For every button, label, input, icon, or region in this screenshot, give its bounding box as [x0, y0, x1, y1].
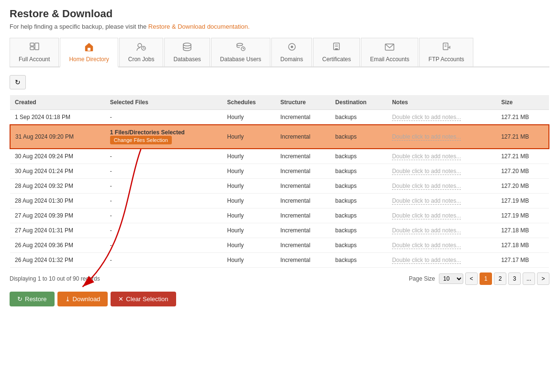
cell-created: 27 Aug 2024 09:39 PM	[10, 208, 105, 223]
tab-certificates[interactable]: Certificates	[313, 38, 360, 66]
cell-selected-files: -	[105, 164, 223, 179]
cell-notes[interactable]: Double click to add notes...	[387, 194, 496, 208]
cell-schedules: Hourly	[222, 238, 275, 253]
cell-selected-files: -	[105, 208, 223, 223]
cell-schedules: Hourly	[222, 253, 275, 268]
svg-point-9	[237, 44, 243, 46]
cell-schedules: Hourly	[222, 208, 275, 223]
tab-label-full-account: Full Account	[19, 56, 50, 63]
col-header-structure: Structure	[276, 95, 331, 110]
tab-databases[interactable]: Databases	[164, 38, 210, 66]
cell-destination: backups	[331, 110, 388, 125]
cell-created: 30 Aug 2024 09:24 PM	[10, 149, 105, 164]
cell-structure: Incremental	[276, 194, 331, 208]
cell-notes[interactable]: Double click to add notes...	[387, 149, 496, 164]
notes-placeholder[interactable]: Double click to add notes...	[392, 227, 461, 234]
table-row[interactable]: 27 Aug 2024 09:39 PM-HourlyIncrementalba…	[10, 208, 549, 223]
tab-domains[interactable]: Domains	[271, 38, 312, 66]
page-1-button[interactable]: 1	[480, 272, 492, 285]
notes-placeholder[interactable]: Double click to add notes...	[392, 197, 461, 205]
page-...-button[interactable]: ...	[523, 272, 535, 285]
table-section: CreatedSelected FilesSchedulesStructureD…	[10, 95, 549, 268]
cell-size: 127.19 MB	[496, 208, 549, 223]
help-text: For help finding a specific backup, plea…	[10, 23, 549, 30]
bottom-actions: ↻ Restore ⤓ Download ✕ Clear Selection	[10, 292, 549, 306]
page-2-button[interactable]: 2	[494, 272, 506, 285]
cell-notes[interactable]: Double click to add notes...	[387, 164, 496, 179]
help-link[interactable]: Restore & Download documentation.	[148, 23, 250, 30]
tab-bar: Full Account Home Directory Cron Jobs Da…	[10, 38, 549, 67]
tab-ftp-accounts[interactable]: FTP Accounts	[419, 38, 473, 66]
page-title: Restore & Download	[10, 8, 549, 20]
tab-database-users[interactable]: Database Users	[211, 38, 270, 66]
notes-placeholder[interactable]: Double click to add notes...	[392, 133, 461, 141]
next-page-button[interactable]: >	[537, 272, 549, 285]
tab-label-ftp-accounts: FTP Accounts	[428, 56, 464, 63]
full-account-icon	[29, 42, 40, 54]
change-files-button[interactable]: Change Files Selection	[110, 136, 172, 144]
cell-selected-files: -	[105, 194, 223, 208]
cell-selected-files: -	[105, 223, 223, 238]
tab-label-email-accounts: Email Accounts	[370, 56, 409, 63]
cell-size: 127.18 MB	[496, 223, 549, 238]
cell-notes[interactable]: Double click to add notes...	[387, 253, 496, 268]
cell-selected-files: -	[105, 110, 223, 125]
cell-size: 127.21 MB	[496, 149, 549, 164]
svg-rect-3	[88, 48, 90, 51]
page-size-select[interactable]: 102550100	[439, 273, 463, 284]
notes-placeholder[interactable]: Double click to add notes...	[392, 242, 461, 249]
tab-cron-jobs[interactable]: Cron Jobs	[119, 38, 164, 66]
certificates-icon	[331, 42, 342, 54]
table-row[interactable]: 27 Aug 2024 01:31 PM-HourlyIncrementalba…	[10, 223, 549, 238]
tab-label-database-users: Database Users	[220, 56, 261, 63]
table-row[interactable]: 28 Aug 2024 01:30 PM-HourlyIncrementalba…	[10, 194, 549, 208]
tab-email-accounts[interactable]: Email Accounts	[361, 38, 418, 66]
cell-schedules: Hourly	[222, 179, 275, 194]
cell-notes[interactable]: Double click to add notes...	[387, 125, 496, 149]
notes-placeholder[interactable]: Double click to add notes...	[392, 114, 461, 121]
cell-destination: backups	[331, 164, 388, 179]
col-header-created: Created	[10, 95, 105, 110]
cell-destination: backups	[331, 208, 388, 223]
database-users-icon	[235, 42, 246, 54]
restore-label: Restore	[25, 295, 47, 303]
restore-icon: ↻	[17, 295, 22, 303]
download-button[interactable]: ⤓ Download	[57, 292, 108, 306]
cell-notes[interactable]: Double click to add notes...	[387, 238, 496, 253]
cell-selected-files: 1 Files/Directories Selected Change File…	[105, 125, 223, 149]
cell-notes[interactable]: Double click to add notes...	[387, 110, 496, 125]
svg-point-4	[138, 44, 142, 47]
refresh-button[interactable]: ↻	[10, 75, 26, 89]
col-header-selected-files: Selected Files	[105, 95, 223, 110]
tab-label-cron-jobs: Cron Jobs	[128, 56, 155, 63]
tab-full-account[interactable]: Full Account	[10, 38, 59, 66]
table-row[interactable]: 30 Aug 2024 09:24 PM-HourlyIncrementalba…	[10, 149, 549, 164]
col-header-notes: Notes	[387, 95, 496, 110]
restore-button[interactable]: ↻ Restore	[10, 292, 55, 306]
cell-destination: backups	[331, 238, 388, 253]
table-row[interactable]: 28 Aug 2024 09:32 PM-HourlyIncrementalba…	[10, 179, 549, 194]
cell-schedules: Hourly	[222, 223, 275, 238]
table-row[interactable]: 1 Sep 2024 01:18 PM-HourlyIncrementalbac…	[10, 110, 549, 125]
table-row[interactable]: 30 Aug 2024 01:24 PM-HourlyIncrementalba…	[10, 164, 549, 179]
cell-created: 28 Aug 2024 09:32 PM	[10, 179, 105, 194]
cell-destination: backups	[331, 179, 388, 194]
notes-placeholder[interactable]: Double click to add notes...	[392, 183, 461, 190]
tab-home-directory[interactable]: Home Directory	[60, 38, 118, 67]
notes-placeholder[interactable]: Double click to add notes...	[392, 168, 461, 175]
prev-page-button[interactable]: <	[465, 272, 478, 285]
svg-rect-0	[30, 43, 34, 46]
cell-notes[interactable]: Double click to add notes...	[387, 179, 496, 194]
notes-placeholder[interactable]: Double click to add notes...	[392, 257, 461, 264]
cell-notes[interactable]: Double click to add notes...	[387, 223, 496, 238]
page-3-button[interactable]: 3	[508, 272, 521, 285]
clear-selection-button[interactable]: ✕ Clear Selection	[111, 292, 176, 306]
table-row[interactable]: 26 Aug 2024 01:32 PM-HourlyIncrementalba…	[10, 253, 549, 268]
table-row[interactable]: 26 Aug 2024 09:36 PM-HourlyIncrementalba…	[10, 238, 549, 253]
cell-destination: backups	[331, 125, 388, 149]
cell-notes[interactable]: Double click to add notes...	[387, 208, 496, 223]
notes-placeholder[interactable]: Double click to add notes...	[392, 153, 461, 160]
table-row[interactable]: 31 Aug 2024 09:20 PM1 Files/Directories …	[10, 125, 549, 149]
notes-placeholder[interactable]: Double click to add notes...	[392, 212, 461, 219]
cell-destination: backups	[331, 149, 388, 164]
